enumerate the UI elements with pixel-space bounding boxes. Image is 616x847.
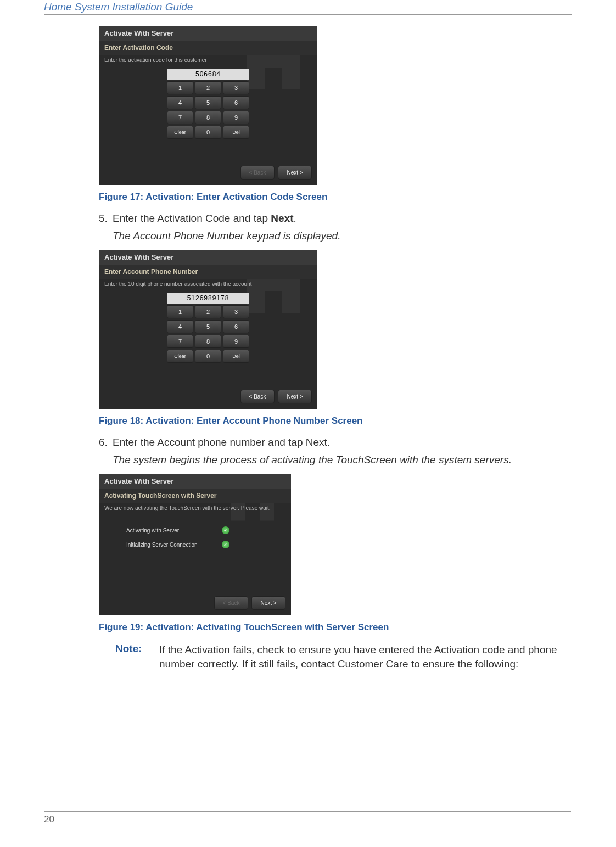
status-initializing: Initializing Server Connection ✓ [126,541,291,548]
key-5[interactable]: 5 [195,96,221,109]
check-icon: ✓ [222,541,229,548]
screen-instruction: Enter the activation code for this custo… [99,55,317,69]
keypad: 506684 1 2 3 4 5 6 7 8 9 Clear [167,69,249,139]
step-6-number: 6. [99,436,113,448]
back-button[interactable]: < Back [240,166,275,180]
screen-subtitle: Enter Activation Code [99,41,317,55]
step-6-text: Enter the Account phone number and tap N… [113,436,330,448]
step-5-text: Enter the Activation Code and tap Next. [113,212,296,225]
activating-screenshot: Activate With Server Activating TouchScr… [99,474,291,615]
key-9[interactable]: 9 [223,335,249,348]
figure-19-caption: Figure 19: Activation: Activating TouchS… [99,622,561,633]
keypad-display: 5126989178 [167,293,249,304]
key-2[interactable]: 2 [195,81,221,94]
screen-title: Activate With Server [99,26,317,41]
check-icon: ✓ [222,526,229,534]
status-label: Initializing Server Connection [126,542,214,548]
screen-instruction: We are now activating the TouchScreen wi… [99,503,291,517]
status-label: Activating with Server [126,528,214,534]
key-1[interactable]: 1 [167,305,193,318]
key-1[interactable]: 1 [167,81,193,94]
key-3[interactable]: 3 [223,305,249,318]
back-button[interactable]: < Back [214,596,248,610]
key-6[interactable]: 6 [223,96,249,109]
key-6[interactable]: 6 [223,320,249,333]
key-8[interactable]: 8 [195,111,221,124]
screen-subtitle: Enter Account Phone Number [99,265,317,279]
next-button[interactable]: Next > [278,166,312,180]
key-9[interactable]: 9 [223,111,249,124]
step-5-number: 5. [99,212,113,225]
key-del[interactable]: Del [223,126,249,139]
step-6: 6. Enter the Account phone number and ta… [99,436,561,448]
screen-title: Activate With Server [99,474,291,489]
status-activating: Activating with Server ✓ [126,526,291,534]
note-text: If the Activation fails, check to ensure… [159,643,561,671]
back-button[interactable]: < Back [240,390,275,403]
screen-title: Activate With Server [99,250,317,265]
activation-code-screenshot: Activate With Server Enter Activation Co… [99,26,317,185]
key-0[interactable]: 0 [195,350,221,363]
screen-subtitle: Activating TouchScreen with Server [99,489,291,503]
keypad-display: 506684 [167,69,249,80]
key-5[interactable]: 5 [195,320,221,333]
figure-17-caption: Figure 17: Activation: Enter Activation … [99,192,561,203]
key-clear[interactable]: Clear [167,350,193,363]
key-3[interactable]: 3 [223,81,249,94]
key-8[interactable]: 8 [195,335,221,348]
key-clear[interactable]: Clear [167,126,193,139]
note-block: Note: If the Activation fails, check to … [115,643,561,671]
page-header: Home System Installation Guide [44,0,572,15]
key-7[interactable]: 7 [167,111,193,124]
page-number: 20 [44,811,571,825]
step-5-result: The Account Phone Number keypad is displ… [113,230,561,242]
next-button[interactable]: Next > [278,390,312,403]
phone-number-screenshot: Activate With Server Enter Account Phone… [99,250,317,409]
key-del[interactable]: Del [223,350,249,363]
key-4[interactable]: 4 [167,320,193,333]
main-content: Activate With Server Enter Activation Co… [99,26,561,671]
keypad: 5126989178 1 2 3 4 5 6 7 8 9 Clear [167,293,249,363]
step-5: 5. Enter the Activation Code and tap Nex… [99,212,561,225]
key-2[interactable]: 2 [195,305,221,318]
step-6-result: The system begins the process of activat… [113,454,561,466]
note-label: Note: [115,643,159,671]
screen-instruction: Enter the 10 digit phone number associat… [99,279,317,293]
key-7[interactable]: 7 [167,335,193,348]
key-4[interactable]: 4 [167,96,193,109]
next-button[interactable]: Next > [251,596,285,610]
figure-18-caption: Figure 18: Activation: Enter Account Pho… [99,416,561,427]
key-0[interactable]: 0 [195,126,221,139]
